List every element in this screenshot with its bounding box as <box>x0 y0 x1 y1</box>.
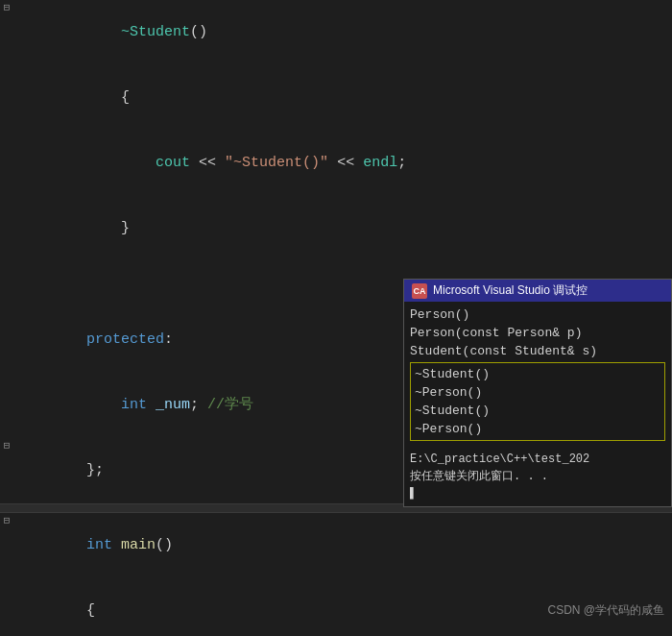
console-highlighted-line: ~Person() <box>415 420 660 438</box>
line-content: ~Student() <box>13 1 207 64</box>
code-line: { <box>0 65 672 131</box>
console-highlighted-line: ~Student() <box>415 365 660 383</box>
fold-gutter: ⊟ <box>0 514 13 526</box>
fold-gutter: ⊟ <box>0 1 13 13</box>
console-title-bar: CA Microsoft Visual Studio 调试控 <box>404 280 671 302</box>
console-cursor: ▌ <box>410 485 665 502</box>
console-path-line: E:\C_practice\C++\test_202 <box>410 451 665 468</box>
console-body: Person() Person(const Person& p) Student… <box>404 302 671 447</box>
line-content: int _num; //学号 <box>13 374 253 437</box>
line-content: int main() <box>13 514 173 577</box>
line-content: }; <box>13 439 104 502</box>
code-line: } <box>0 196 672 261</box>
code-line: ⊟ ~Student() <box>0 0 672 65</box>
code-line: cout << "~Student()" << endl; <box>0 131 672 196</box>
console-highlighted-line: ~Student() <box>415 402 660 420</box>
console-output-line: Person() <box>410 306 665 324</box>
line-content: protected: <box>13 308 173 372</box>
console-title: Microsoft Visual Studio 调试控 <box>433 282 588 299</box>
console-popup: CA Microsoft Visual Studio 调试控 Person() … <box>403 279 672 507</box>
console-output-line: Student(const Student& s) <box>410 342 665 360</box>
line-content: } <box>13 197 130 260</box>
console-highlighted-line: ~Person() <box>415 383 660 402</box>
code-line-main: ⊟ int main() <box>0 513 672 578</box>
line-content: { <box>13 579 95 636</box>
console-highlighted-box: ~Student() ~Person() ~Student() ~Person(… <box>410 362 665 441</box>
fold-gutter: ⊟ <box>0 439 13 452</box>
line-content <box>13 285 26 306</box>
console-bottom: E:\C_practice\C++\test_202 按任意键关闭此窗口. . … <box>404 447 671 506</box>
console-close-prompt: 按任意键关闭此窗口. . . <box>410 468 665 485</box>
line-content <box>13 262 26 283</box>
console-output-line: Person(const Person& p) <box>410 324 665 342</box>
line-content: { <box>13 66 130 130</box>
vs-icon: CA <box>412 283 427 299</box>
watermark: CSDN @学代码的咸鱼 <box>547 602 664 619</box>
line-content: cout << "~Student()" << endl; <box>13 132 406 195</box>
code-editor: ⊟ ~Student() { cout << "~Student()" << e… <box>0 0 672 636</box>
